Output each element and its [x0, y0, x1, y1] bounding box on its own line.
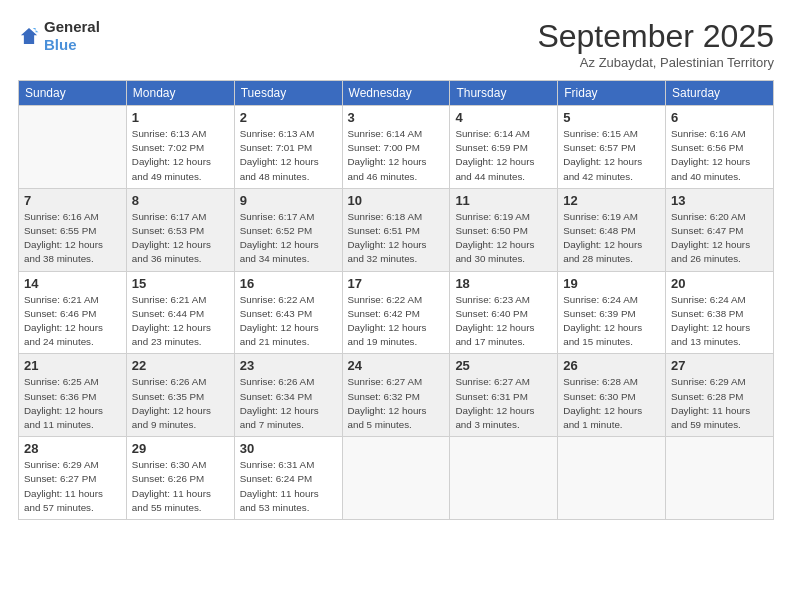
- logo-general: General: [44, 18, 100, 35]
- day-info: Sunrise: 6:19 AM Sunset: 6:50 PM Dayligh…: [455, 210, 552, 267]
- calendar-cell: [666, 437, 774, 520]
- logo-icon: [18, 25, 40, 47]
- week-row-2: 7Sunrise: 6:16 AM Sunset: 6:55 PM Daylig…: [19, 188, 774, 271]
- calendar-cell: [19, 106, 127, 189]
- calendar-cell: 6Sunrise: 6:16 AM Sunset: 6:56 PM Daylig…: [666, 106, 774, 189]
- day-info: Sunrise: 6:31 AM Sunset: 6:24 PM Dayligh…: [240, 458, 337, 515]
- title-block: September 2025 Az Zubaydat, Palestinian …: [537, 18, 774, 70]
- header: General Blue September 2025 Az Zubaydat,…: [18, 18, 774, 70]
- day-info: Sunrise: 6:26 AM Sunset: 6:34 PM Dayligh…: [240, 375, 337, 432]
- weekday-header-wednesday: Wednesday: [342, 81, 450, 106]
- calendar-cell: 30Sunrise: 6:31 AM Sunset: 6:24 PM Dayli…: [234, 437, 342, 520]
- day-number: 13: [671, 193, 768, 208]
- day-info: Sunrise: 6:14 AM Sunset: 7:00 PM Dayligh…: [348, 127, 445, 184]
- day-info: Sunrise: 6:19 AM Sunset: 6:48 PM Dayligh…: [563, 210, 660, 267]
- calendar-cell: 17Sunrise: 6:22 AM Sunset: 6:42 PM Dayli…: [342, 271, 450, 354]
- day-number: 5: [563, 110, 660, 125]
- day-number: 30: [240, 441, 337, 456]
- day-info: Sunrise: 6:16 AM Sunset: 6:55 PM Dayligh…: [24, 210, 121, 267]
- day-info: Sunrise: 6:21 AM Sunset: 6:44 PM Dayligh…: [132, 293, 229, 350]
- day-info: Sunrise: 6:27 AM Sunset: 6:32 PM Dayligh…: [348, 375, 445, 432]
- day-info: Sunrise: 6:15 AM Sunset: 6:57 PM Dayligh…: [563, 127, 660, 184]
- weekday-header-friday: Friday: [558, 81, 666, 106]
- day-number: 18: [455, 276, 552, 291]
- day-info: Sunrise: 6:29 AM Sunset: 6:28 PM Dayligh…: [671, 375, 768, 432]
- day-number: 9: [240, 193, 337, 208]
- calendar-cell: 22Sunrise: 6:26 AM Sunset: 6:35 PM Dayli…: [126, 354, 234, 437]
- day-number: 29: [132, 441, 229, 456]
- day-number: 7: [24, 193, 121, 208]
- day-info: Sunrise: 6:13 AM Sunset: 7:02 PM Dayligh…: [132, 127, 229, 184]
- calendar-cell: 28Sunrise: 6:29 AM Sunset: 6:27 PM Dayli…: [19, 437, 127, 520]
- calendar-cell: 24Sunrise: 6:27 AM Sunset: 6:32 PM Dayli…: [342, 354, 450, 437]
- day-info: Sunrise: 6:30 AM Sunset: 6:26 PM Dayligh…: [132, 458, 229, 515]
- day-info: Sunrise: 6:18 AM Sunset: 6:51 PM Dayligh…: [348, 210, 445, 267]
- calendar-cell: 23Sunrise: 6:26 AM Sunset: 6:34 PM Dayli…: [234, 354, 342, 437]
- day-info: Sunrise: 6:21 AM Sunset: 6:46 PM Dayligh…: [24, 293, 121, 350]
- calendar-cell: 14Sunrise: 6:21 AM Sunset: 6:46 PM Dayli…: [19, 271, 127, 354]
- day-number: 8: [132, 193, 229, 208]
- svg-marker-0: [21, 28, 37, 44]
- day-number: 15: [132, 276, 229, 291]
- day-info: Sunrise: 6:25 AM Sunset: 6:36 PM Dayligh…: [24, 375, 121, 432]
- logo: General Blue: [18, 18, 100, 54]
- calendar-cell: 18Sunrise: 6:23 AM Sunset: 6:40 PM Dayli…: [450, 271, 558, 354]
- day-info: Sunrise: 6:23 AM Sunset: 6:40 PM Dayligh…: [455, 293, 552, 350]
- day-number: 1: [132, 110, 229, 125]
- day-number: 19: [563, 276, 660, 291]
- day-number: 3: [348, 110, 445, 125]
- weekday-header-tuesday: Tuesday: [234, 81, 342, 106]
- day-info: Sunrise: 6:13 AM Sunset: 7:01 PM Dayligh…: [240, 127, 337, 184]
- calendar-cell: 25Sunrise: 6:27 AM Sunset: 6:31 PM Dayli…: [450, 354, 558, 437]
- svg-marker-1: [33, 28, 39, 32]
- calendar-cell: 26Sunrise: 6:28 AM Sunset: 6:30 PM Dayli…: [558, 354, 666, 437]
- day-info: Sunrise: 6:28 AM Sunset: 6:30 PM Dayligh…: [563, 375, 660, 432]
- day-number: 14: [24, 276, 121, 291]
- day-number: 23: [240, 358, 337, 373]
- calendar-cell: 13Sunrise: 6:20 AM Sunset: 6:47 PM Dayli…: [666, 188, 774, 271]
- calendar-cell: 21Sunrise: 6:25 AM Sunset: 6:36 PM Dayli…: [19, 354, 127, 437]
- weekday-header-monday: Monday: [126, 81, 234, 106]
- day-number: 24: [348, 358, 445, 373]
- month-title: September 2025: [537, 18, 774, 55]
- calendar-cell: 10Sunrise: 6:18 AM Sunset: 6:51 PM Dayli…: [342, 188, 450, 271]
- day-info: Sunrise: 6:14 AM Sunset: 6:59 PM Dayligh…: [455, 127, 552, 184]
- day-number: 25: [455, 358, 552, 373]
- day-number: 16: [240, 276, 337, 291]
- day-info: Sunrise: 6:26 AM Sunset: 6:35 PM Dayligh…: [132, 375, 229, 432]
- day-number: 17: [348, 276, 445, 291]
- day-number: 4: [455, 110, 552, 125]
- calendar-cell: 1Sunrise: 6:13 AM Sunset: 7:02 PM Daylig…: [126, 106, 234, 189]
- calendar-cell: 12Sunrise: 6:19 AM Sunset: 6:48 PM Dayli…: [558, 188, 666, 271]
- calendar-cell: 29Sunrise: 6:30 AM Sunset: 6:26 PM Dayli…: [126, 437, 234, 520]
- day-info: Sunrise: 6:27 AM Sunset: 6:31 PM Dayligh…: [455, 375, 552, 432]
- weekday-header-sunday: Sunday: [19, 81, 127, 106]
- day-number: 2: [240, 110, 337, 125]
- calendar-cell: [450, 437, 558, 520]
- calendar-cell: 11Sunrise: 6:19 AM Sunset: 6:50 PM Dayli…: [450, 188, 558, 271]
- calendar-cell: 2Sunrise: 6:13 AM Sunset: 7:01 PM Daylig…: [234, 106, 342, 189]
- day-info: Sunrise: 6:22 AM Sunset: 6:42 PM Dayligh…: [348, 293, 445, 350]
- day-info: Sunrise: 6:17 AM Sunset: 6:52 PM Dayligh…: [240, 210, 337, 267]
- day-number: 6: [671, 110, 768, 125]
- day-number: 10: [348, 193, 445, 208]
- weekday-header-thursday: Thursday: [450, 81, 558, 106]
- location-subtitle: Az Zubaydat, Palestinian Territory: [537, 55, 774, 70]
- day-info: Sunrise: 6:29 AM Sunset: 6:27 PM Dayligh…: [24, 458, 121, 515]
- day-number: 11: [455, 193, 552, 208]
- day-info: Sunrise: 6:24 AM Sunset: 6:39 PM Dayligh…: [563, 293, 660, 350]
- day-info: Sunrise: 6:22 AM Sunset: 6:43 PM Dayligh…: [240, 293, 337, 350]
- week-row-3: 14Sunrise: 6:21 AM Sunset: 6:46 PM Dayli…: [19, 271, 774, 354]
- day-number: 26: [563, 358, 660, 373]
- day-info: Sunrise: 6:24 AM Sunset: 6:38 PM Dayligh…: [671, 293, 768, 350]
- calendar-cell: 8Sunrise: 6:17 AM Sunset: 6:53 PM Daylig…: [126, 188, 234, 271]
- weekday-header-saturday: Saturday: [666, 81, 774, 106]
- calendar-cell: [558, 437, 666, 520]
- day-number: 22: [132, 358, 229, 373]
- day-number: 21: [24, 358, 121, 373]
- day-number: 28: [24, 441, 121, 456]
- calendar-cell: 4Sunrise: 6:14 AM Sunset: 6:59 PM Daylig…: [450, 106, 558, 189]
- day-info: Sunrise: 6:16 AM Sunset: 6:56 PM Dayligh…: [671, 127, 768, 184]
- calendar-table: SundayMondayTuesdayWednesdayThursdayFrid…: [18, 80, 774, 520]
- logo-blue: Blue: [44, 36, 77, 53]
